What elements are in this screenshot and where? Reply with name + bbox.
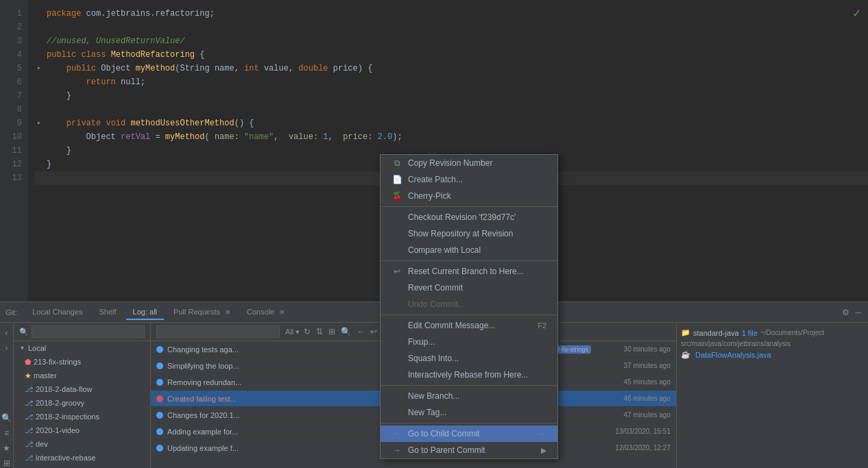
code-text-9: private void methodUsesOtherMethod() { bbox=[44, 116, 254, 130]
copy-icon: ⧉ bbox=[391, 158, 402, 168]
branch-icon-5: ⎇ bbox=[25, 440, 34, 449]
menu-undo-commit: Undo Commit... bbox=[381, 296, 557, 312]
line-num-3: 3 bbox=[0, 34, 27, 48]
menu-rebase-label: Interactively Rebase from Here... bbox=[408, 370, 546, 380]
refresh-icon[interactable]: ↻ bbox=[302, 325, 312, 338]
branch-inspections-label: 2018-2-inspections bbox=[36, 412, 99, 421]
menu-go-child[interactable]: ← Go to Child Commit ← bbox=[381, 426, 557, 442]
log-search-input[interactable] bbox=[156, 325, 280, 338]
group-icon[interactable]: ⊞ bbox=[327, 325, 337, 338]
nav-prev-icon[interactable]: ‹ bbox=[5, 328, 8, 338]
commit-dot-2 bbox=[156, 379, 163, 386]
code-line-9: ▸ private void methodUsesOtherMethod() { bbox=[34, 116, 868, 130]
tree-item-dev[interactable]: ⎇ dev bbox=[14, 437, 150, 451]
tree-item-interactive-rebase[interactable]: ⎇ interactive-rebase bbox=[14, 451, 150, 465]
search-side-icon[interactable]: 🔍 bbox=[1, 413, 12, 423]
menu-go-child-label: Go to Child Commit bbox=[408, 429, 533, 439]
go-prev-icon[interactable]: ← bbox=[355, 325, 366, 338]
filter-icon[interactable]: ≡ bbox=[4, 428, 9, 438]
line-num-8: 8 bbox=[0, 103, 27, 116]
menu-show-repo[interactable]: Show Repository at Revision bbox=[381, 225, 557, 242]
code-line-1: package com.jetbrains.refactoring; bbox=[34, 7, 868, 21]
branch-icon-2: ⎇ bbox=[25, 399, 34, 408]
line-num-11: 11 bbox=[0, 144, 27, 158]
code-line-5: ▸ public Object myMethod(String name, in… bbox=[34, 62, 868, 75]
line-num-10: 10 bbox=[0, 130, 27, 144]
menu-interactive-rebase[interactable]: Interactively Rebase from Here... bbox=[381, 367, 557, 383]
settings-icon[interactable]: ⚙ bbox=[841, 306, 851, 319]
branch-filter-label: All ▾ bbox=[285, 328, 300, 336]
folder-icon: 📁 bbox=[681, 328, 690, 337]
menu-squash[interactable]: Squash Into... bbox=[381, 350, 557, 367]
edit-shortcut: F2 bbox=[538, 321, 546, 330]
parent-commit-icon: → bbox=[391, 445, 402, 455]
code-text-7: } bbox=[44, 89, 71, 103]
tree-item-fix-strings[interactable]: ⬟ 213-fix-strings bbox=[14, 355, 150, 369]
branch-master-label: master bbox=[34, 371, 57, 380]
commit-time-4: 47 minutes ago bbox=[595, 411, 671, 419]
code-line-7: } bbox=[34, 89, 868, 103]
menu-copy-revision-label: Copy Revision Number bbox=[408, 158, 546, 168]
tab-pull-requests[interactable]: Pull Requests ✕ bbox=[167, 305, 237, 320]
tree-item-video[interactable]: ⎇ 2020-1-video bbox=[14, 423, 150, 437]
code-text-1: package com.jetbrains.refactoring; bbox=[44, 7, 215, 21]
code-line-4: public class MethodRefactoring { bbox=[34, 48, 868, 62]
menu-edit-label: Edit Commit Message... bbox=[408, 321, 532, 330]
branch-video-label: 2020-1-video bbox=[36, 426, 80, 434]
commit-dot-3 bbox=[156, 395, 163, 402]
console-close-icon[interactable]: ✕ bbox=[279, 308, 285, 316]
tab-log-all[interactable]: Log: all bbox=[126, 305, 164, 320]
menu-edit-message[interactable]: Edit Commit Message... F2 bbox=[381, 317, 557, 334]
line-numbers: 1 2 3 4 5 6 7 8 9 10 11 12 13 bbox=[0, 0, 27, 301]
branch-icon-4: ⎇ bbox=[25, 426, 34, 435]
menu-go-parent[interactable]: → Go to Parent Commit ▶ bbox=[381, 442, 557, 458]
checkmark-icon: ✓ bbox=[852, 7, 861, 20]
menu-create-patch-label: Create Patch... bbox=[408, 175, 546, 184]
code-text-4: public class MethodRefactoring { bbox=[44, 48, 204, 62]
undo-icon[interactable]: ↩ bbox=[369, 325, 378, 338]
commit-dot-0 bbox=[156, 346, 163, 353]
sort-icon[interactable]: ⇅ bbox=[315, 325, 324, 338]
commit-dot-1 bbox=[156, 362, 163, 369]
menu-new-tag[interactable]: New Tag... bbox=[381, 404, 557, 421]
java-file-icon: ☕ bbox=[681, 350, 690, 359]
menu-checkout-revision[interactable]: Checkout Revision 'f239d77c' bbox=[381, 209, 557, 225]
left-sidebar: 🔍 ▼ Local ⬟ 213-fix-strings ★ master ⎇ 2… bbox=[14, 323, 151, 468]
right-panel-file-count: 1 file bbox=[742, 329, 758, 337]
tab-shelf[interactable]: Shelf bbox=[93, 305, 123, 320]
commit-dot-4 bbox=[156, 412, 163, 419]
minimize-icon[interactable]: ─ bbox=[854, 306, 863, 319]
menu-copy-revision[interactable]: ⧉ Copy Revision Number bbox=[381, 155, 557, 171]
menu-fixup[interactable]: Fixup... bbox=[381, 334, 557, 350]
tree-item-local[interactable]: ▼ Local bbox=[14, 341, 150, 355]
parent-commit-arrow-icon: ▶ bbox=[541, 446, 546, 455]
code-text-3: //unused, UnusedReturnValue/ bbox=[44, 34, 185, 48]
nav-next-icon[interactable]: › bbox=[5, 343, 8, 353]
menu-new-tag-label: New Tag... bbox=[408, 408, 546, 417]
diff-icon[interactable]: ⊞ bbox=[3, 458, 10, 468]
right-panel-info: 📁 standard-java 1 file ~/Documents/Proje… bbox=[681, 327, 864, 338]
tree-item-master[interactable]: ★ master bbox=[14, 369, 150, 382]
tree-item-groovy[interactable]: ⎇ 2018-2-groovy bbox=[14, 396, 150, 410]
tree-item-data-flow[interactable]: ⎇ 2018-2-data-flow bbox=[14, 382, 150, 396]
menu-cherry-pick[interactable]: 🍒 Cherry-Pick bbox=[381, 188, 557, 204]
panel-toolbar-icons: ⚙ ─ bbox=[841, 306, 863, 319]
sidebar-search-input[interactable] bbox=[32, 325, 145, 338]
menu-create-patch[interactable]: 📄 Create Patch... bbox=[381, 171, 557, 188]
code-line-3: //unused, UnusedReturnValue/ bbox=[34, 34, 868, 48]
right-panel-src-path: src/main/java/com/jetbrains/analysis bbox=[681, 338, 864, 349]
line-num-5: 5 bbox=[0, 62, 27, 75]
tab-console[interactable]: Console ✕ bbox=[240, 305, 291, 320]
right-panel-file[interactable]: ☕ DataFlowAnalysis.java bbox=[681, 349, 864, 360]
pull-requests-close-icon[interactable]: ✕ bbox=[225, 308, 230, 316]
menu-compare-local[interactable]: Compare with Local bbox=[381, 242, 557, 258]
menu-reset-branch[interactable]: ↩ Reset Current Branch to Here... bbox=[381, 263, 557, 280]
menu-new-branch[interactable]: New Branch... bbox=[381, 388, 557, 404]
log-search-icon[interactable]: 🔍 bbox=[339, 325, 352, 338]
menu-revert-commit[interactable]: Revert Commit bbox=[381, 280, 557, 296]
tree-item-inspections[interactable]: ⎇ 2018-2-inspections bbox=[14, 410, 150, 423]
bookmark-icon[interactable]: ★ bbox=[3, 443, 10, 453]
tab-local-changes[interactable]: Local Changes bbox=[25, 305, 89, 320]
code-text-10: Object retVal = myMethod( name: "name", … bbox=[44, 130, 402, 144]
branch-icon-6: ⎇ bbox=[25, 454, 34, 463]
